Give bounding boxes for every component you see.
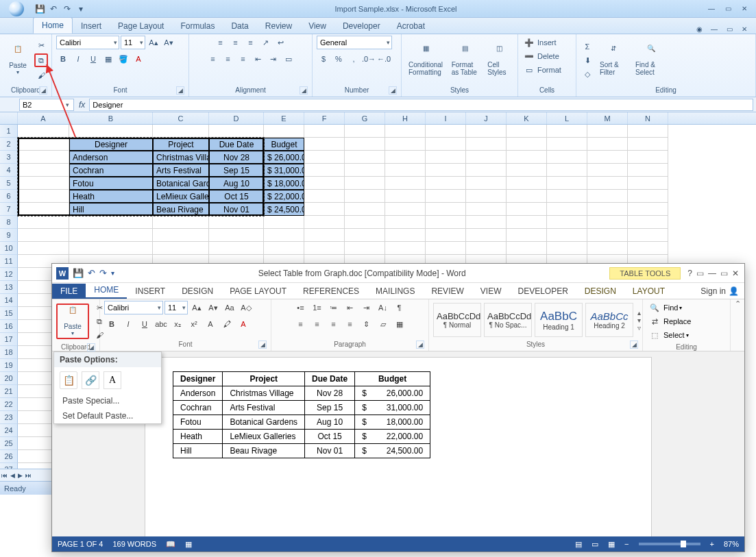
cell[interactable] [18,164,69,177]
word-text-effects-icon[interactable]: A [203,317,218,331]
cell[interactable] [628,242,668,255]
cell[interactable]: Heath [69,190,153,203]
word-table-cell[interactable]: Nov 28 [305,386,355,401]
row-header[interactable]: 11 [0,255,18,268]
word-document-area[interactable]: Paste Options: 📋 🔗 A Paste Special... Se… [52,351,744,536]
row-header[interactable]: 17 [0,333,18,346]
merge-icon[interactable]: ▭ [282,52,295,66]
cell[interactable] [209,125,264,138]
alignment-launcher-icon[interactable]: ◢ [300,86,308,95]
cell[interactable]: Hill [69,203,153,216]
word-table-row[interactable]: CochranArts FestivalSep 15$31,000.00 [173,401,430,415]
word-paste-button[interactable]: 📋Paste▾ [56,304,89,339]
cell[interactable] [466,229,507,242]
format-icon[interactable]: ▭ [522,63,536,77]
word-qat-more-icon[interactable]: ▾ [111,269,114,277]
word-table-cell[interactable]: Cochran [173,401,223,415]
word-table-cell[interactable]: Aug 10 [305,415,355,430]
cell[interactable] [628,216,668,229]
word-table-cell[interactable]: Sep 15 [305,401,355,415]
cell[interactable] [547,216,587,229]
conditional-formatting-button[interactable]: ▦Conditional Formatting [406,43,446,77]
word-styles-launcher-icon[interactable]: ◢ [630,341,638,349]
row-header[interactable]: 16 [0,320,18,333]
row-header[interactable]: 5 [0,177,18,190]
tab-view[interactable]: View [300,18,334,34]
cell[interactable] [385,203,426,216]
cell[interactable] [587,216,628,229]
col-header[interactable]: F [304,112,345,124]
row-header[interactable]: 3 [0,151,18,164]
cell[interactable] [18,125,69,138]
cell[interactable] [587,138,628,151]
style-heading2[interactable]: AaBbCcHeading 2 [585,303,633,337]
col-header[interactable]: N [628,112,668,124]
cell[interactable] [345,203,385,216]
cell[interactable] [426,177,466,190]
mdi-minimize-icon[interactable]: — [708,24,720,34]
zoom-level[interactable]: 87% [724,540,739,548]
tab-developer[interactable]: Developer [334,18,389,34]
cell[interactable] [385,190,426,203]
para-center-icon[interactable]: ≡ [310,317,325,331]
cell[interactable] [18,151,69,164]
word-tab-page-layout[interactable]: PAGE LAYOUT [221,284,295,299]
cell[interactable] [264,242,304,255]
word-pasted-table[interactable]: DesignerProjectDue DateBudgetAndersonChr… [173,371,430,458]
cell[interactable] [466,125,507,138]
align-bot-icon[interactable]: ≡ [244,36,258,49]
word-tab-table-layout[interactable]: LAYOUT [624,284,673,299]
word-table-cell[interactable]: Arts Festival [223,401,305,415]
cell[interactable] [304,125,345,138]
shrink-font-icon[interactable]: A▾ [162,36,175,49]
cell[interactable] [385,151,426,164]
view-print-icon[interactable]: ▤ [575,540,582,549]
col-header[interactable]: G [345,112,385,124]
word-tab-references[interactable]: REFERENCES [295,284,367,299]
word-font-combo[interactable]: Calibri [104,301,163,314]
word-replace-icon[interactable]: ⇄ [647,314,662,328]
sort-filter-button[interactable]: ⇵Sort & Filter [597,43,630,77]
word-table-cell[interactable]: $24,500.00 [355,444,430,458]
cell[interactable]: Designer [69,138,153,151]
font-size-combo[interactable]: 11 [121,36,145,49]
cell[interactable]: Cochran [69,164,153,177]
word-restore-icon[interactable]: ▭ [720,269,728,278]
word-strike-icon[interactable]: abc [154,317,169,331]
cell[interactable] [345,216,385,229]
cell[interactable] [507,138,547,151]
clear-icon[interactable]: ◇ [581,67,594,81]
cell[interactable] [587,229,628,242]
minimize-icon[interactable]: — [705,4,718,14]
word-clipboard-launcher-icon[interactable]: ◢ [87,343,95,351]
tab-page-layout[interactable]: Page Layout [110,18,172,34]
cell[interactable] [209,229,264,242]
align-left-icon[interactable]: ≡ [206,52,220,66]
row-header[interactable]: 10 [0,242,18,255]
ribbon-options-icon[interactable]: ▭ [696,269,704,278]
format-painter-icon[interactable]: 🖌 [34,69,48,82]
font-launcher-icon[interactable]: ◢ [176,86,184,95]
word-highlight-icon[interactable]: 🖍 [219,317,234,331]
cell[interactable] [466,203,507,216]
cell[interactable] [18,190,69,203]
mdi-restore-icon[interactable]: ▭ [723,24,735,34]
cell[interactable] [507,177,547,190]
numbering-icon[interactable]: 1≡ [310,301,325,314]
cell[interactable] [385,125,426,138]
mdi-close-icon[interactable]: ✕ [738,24,751,34]
col-header[interactable]: D [209,112,264,124]
row-header[interactable]: 8 [0,216,18,229]
cell[interactable] [628,190,668,203]
line-spacing-icon[interactable]: ⇕ [359,317,374,331]
cell[interactable] [587,125,628,138]
underline-icon[interactable]: U [86,52,100,66]
cell[interactable]: Anderson [69,151,153,164]
row-header[interactable]: 14 [0,294,18,307]
cell[interactable] [426,216,466,229]
cell[interactable] [507,190,547,203]
percent-icon[interactable]: % [332,52,345,66]
word-tab-insert[interactable]: INSERT [127,284,173,299]
col-header[interactable]: H [385,112,426,124]
italic-icon[interactable]: I [71,52,85,66]
